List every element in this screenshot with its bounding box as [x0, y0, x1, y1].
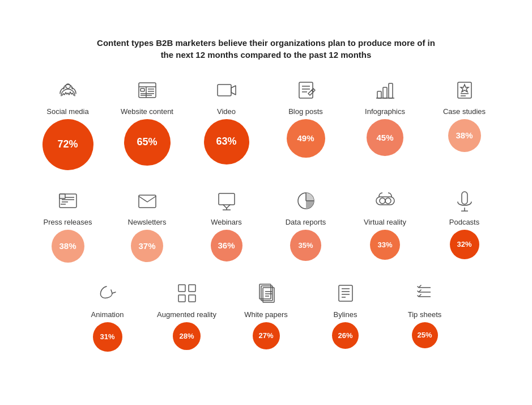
social-media-icon [54, 77, 82, 104]
data-reports-icon [292, 187, 320, 214]
row-1: Press releases38%Newsletters37%Webinars3… [17, 187, 516, 263]
svg-rect-9 [218, 85, 231, 96]
virtual-reality-bubble: 33% [370, 230, 400, 260]
case-studies-label: Case studies [443, 107, 486, 116]
infographics-bubble: 45% [367, 119, 403, 156]
item-webinars: Webinars36% [187, 187, 266, 263]
infographics-icon [372, 77, 399, 104]
item-infographics: Infographics45% [346, 77, 425, 170]
svg-rect-43 [178, 295, 185, 302]
svg-rect-14 [377, 91, 381, 98]
svg-rect-27 [139, 195, 156, 208]
video-label: Video [217, 107, 236, 116]
svg-point-35 [380, 198, 385, 204]
press-releases-label: Press releases [44, 218, 92, 226]
svg-rect-25 [59, 194, 65, 199]
svg-rect-4 [141, 88, 144, 91]
virtual-reality-label: Virtual reality [364, 218, 406, 226]
case-studies-bubble: 38% [448, 119, 481, 152]
item-podcasts: Podcasts32% [425, 187, 504, 263]
animation-icon [94, 280, 121, 307]
webinars-bubble: 36% [211, 230, 242, 261]
svg-rect-44 [189, 295, 195, 302]
newsletters-icon [134, 187, 161, 214]
svg-rect-41 [178, 285, 185, 292]
row-2: Animation31%Augmented reality28%White pa… [17, 280, 516, 352]
social-media-bubble: 72% [42, 119, 93, 170]
white-papers-label: White papers [244, 310, 288, 319]
svg-rect-10 [299, 82, 313, 98]
svg-rect-16 [389, 83, 393, 98]
item-case-studies: Case studies38% [425, 77, 504, 170]
svg-point-36 [385, 198, 391, 204]
website-content-bubble: 65% [124, 119, 171, 166]
svg-rect-38 [462, 192, 467, 204]
item-social-media: Social media72% [28, 77, 108, 170]
tip-sheets-icon [411, 280, 439, 307]
svg-rect-51 [339, 285, 352, 301]
item-blog-posts: Blog posts49% [266, 77, 346, 170]
white-papers-icon [253, 280, 280, 307]
newsletters-label: Newsletters [128, 218, 167, 226]
website-content-icon [134, 77, 161, 104]
tip-sheets-bubble: 25% [412, 322, 438, 348]
webinars-label: Webinars [211, 218, 242, 226]
item-website-content: Website content65% [108, 77, 187, 170]
podcasts-icon [451, 187, 478, 214]
bylines-label: Bylines [334, 310, 357, 319]
item-video: Video63% [187, 77, 266, 170]
infographics-label: Infographics [365, 107, 405, 116]
social-media-label: Social media [46, 107, 88, 116]
chart-title: Content types B2B marketers believe thei… [17, 37, 516, 61]
item-tip-sheets: Tip sheets25% [385, 280, 465, 352]
case-studies-icon [451, 77, 478, 104]
blog-posts-bubble: 49% [287, 119, 325, 158]
svg-rect-42 [189, 285, 195, 292]
augmented-reality-bubble: 28% [173, 322, 201, 350]
augmented-reality-icon [173, 280, 201, 307]
chart-container: Content types B2B marketers believe thei… [11, 26, 521, 380]
item-newsletters: Newsletters37% [108, 187, 187, 263]
bylines-bubble: 26% [332, 322, 359, 349]
podcasts-bubble: 32% [450, 230, 479, 259]
animation-bubble: 31% [93, 322, 122, 352]
video-bubble: 63% [204, 119, 249, 164]
press-releases-bubble: 38% [52, 230, 84, 263]
item-animation: Animation31% [68, 280, 147, 352]
item-white-papers: White papers27% [227, 280, 306, 352]
item-augmented-reality: Augmented reality28% [147, 280, 227, 352]
item-bylines: Bylines26% [306, 280, 385, 352]
video-icon [213, 77, 240, 104]
blog-posts-label: Blog posts [288, 107, 323, 116]
press-releases-icon [54, 187, 82, 214]
svg-rect-28 [219, 193, 235, 205]
item-data-reports: Data reports35% [266, 187, 346, 263]
podcasts-label: Podcasts [449, 218, 479, 226]
augmented-reality-label: Augmented reality [157, 310, 216, 319]
website-content-label: Website content [121, 107, 173, 116]
row-0: Social media72%Website content65%Video63… [17, 77, 516, 170]
animation-label: Animation [91, 310, 124, 319]
tip-sheets-label: Tip sheets [408, 310, 442, 319]
data-reports-bubble: 35% [290, 230, 321, 261]
webinars-icon [213, 187, 240, 214]
item-press-releases: Press releases38% [28, 187, 108, 263]
virtual-reality-icon [372, 187, 399, 214]
item-virtual-reality: Virtual reality33% [346, 187, 425, 263]
svg-rect-15 [383, 87, 387, 98]
white-papers-bubble: 27% [253, 322, 280, 349]
bylines-icon [332, 280, 359, 307]
blog-posts-icon [292, 77, 320, 104]
newsletters-bubble: 37% [131, 230, 163, 262]
data-reports-label: Data reports [286, 218, 326, 226]
